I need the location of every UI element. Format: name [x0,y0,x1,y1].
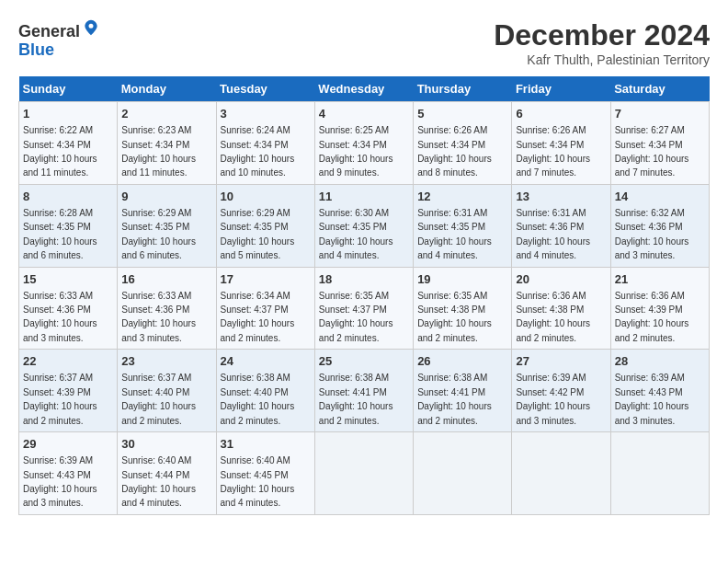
day-number: 15 [23,271,113,288]
page-header: General Blue December 2024 Kafr Thulth, … [18,18,710,67]
calendar-cell: 19 Sunrise: 6:35 AMSunset: 4:38 PMDaylig… [414,267,512,350]
calendar-week-1: 1 Sunrise: 6:22 AMSunset: 4:34 PMDayligh… [19,102,710,185]
calendar-cell: 31 Sunrise: 6:40 AMSunset: 4:45 PMDaylig… [216,432,314,515]
logo-blue-text: Blue [18,40,54,59]
day-number: 16 [121,271,211,288]
day-number: 25 [319,353,409,370]
day-number: 3 [221,106,311,122]
day-info: Sunrise: 6:33 AMSunset: 4:36 PMDaylight:… [121,291,196,343]
calendar-header-row: SundayMondayTuesdayWednesdayThursdayFrid… [19,76,710,102]
day-number: 11 [319,189,409,205]
day-header-saturday: Saturday [610,76,709,102]
calendar-table: SundayMondayTuesdayWednesdayThursdayFrid… [18,76,710,515]
day-number: 12 [417,189,507,205]
calendar-cell: 13 Sunrise: 6:31 AMSunset: 4:36 PMDaylig… [512,184,610,267]
calendar-week-3: 15 Sunrise: 6:33 AMSunset: 4:36 PMDaylig… [19,267,710,350]
day-info: Sunrise: 6:31 AMSunset: 4:35 PMDaylight:… [417,208,492,260]
day-info: Sunrise: 6:28 AMSunset: 4:35 PMDaylight:… [23,208,97,260]
calendar-week-4: 22 Sunrise: 6:37 AMSunset: 4:39 PMDaylig… [19,350,710,432]
day-info: Sunrise: 6:31 AMSunset: 4:36 PMDaylight:… [516,208,590,260]
day-info: Sunrise: 6:22 AMSunset: 4:34 PMDaylight:… [23,125,97,178]
calendar-cell: 21 Sunrise: 6:36 AMSunset: 4:39 PMDaylig… [610,267,709,350]
day-info: Sunrise: 6:29 AMSunset: 4:35 PMDaylight:… [121,208,196,260]
calendar-cell: 17 Sunrise: 6:34 AMSunset: 4:37 PMDaylig… [216,267,314,350]
calendar-cell [414,432,512,515]
day-number: 28 [615,353,705,370]
day-number: 29 [23,436,113,453]
day-info: Sunrise: 6:30 AMSunset: 4:35 PMDaylight:… [319,208,393,260]
day-number: 30 [121,436,211,453]
calendar-cell: 4 Sunrise: 6:25 AMSunset: 4:34 PMDayligh… [314,102,413,185]
day-number: 1 [23,106,113,122]
day-info: Sunrise: 6:23 AMSunset: 4:34 PMDaylight:… [121,125,196,178]
day-info: Sunrise: 6:34 AMSunset: 4:37 PMDaylight:… [221,291,295,343]
day-info: Sunrise: 6:38 AMSunset: 4:41 PMDaylight:… [417,373,492,425]
day-header-monday: Monday [118,76,216,102]
day-header-wednesday: Wednesday [314,76,413,102]
day-info: Sunrise: 6:26 AMSunset: 4:34 PMDaylight:… [516,125,590,178]
day-info: Sunrise: 6:36 AMSunset: 4:39 PMDaylight:… [615,291,689,343]
day-info: Sunrise: 6:36 AMSunset: 4:38 PMDaylight:… [516,291,590,343]
calendar-cell: 28 Sunrise: 6:39 AMSunset: 4:43 PMDaylig… [610,350,709,432]
day-info: Sunrise: 6:35 AMSunset: 4:38 PMDaylight:… [417,291,492,343]
day-number: 22 [23,353,113,370]
calendar-cell: 7 Sunrise: 6:27 AMSunset: 4:34 PMDayligh… [610,102,709,185]
logo: General Blue [18,18,100,60]
calendar-cell: 24 Sunrise: 6:38 AMSunset: 4:40 PMDaylig… [216,350,314,432]
day-number: 2 [121,106,211,122]
day-number: 13 [516,189,606,205]
calendar-cell [610,432,709,515]
day-number: 23 [121,353,211,370]
calendar-cell: 5 Sunrise: 6:26 AMSunset: 4:34 PMDayligh… [414,102,512,185]
calendar-cell: 26 Sunrise: 6:38 AMSunset: 4:41 PMDaylig… [414,350,512,432]
day-info: Sunrise: 6:33 AMSunset: 4:36 PMDaylight:… [23,291,97,343]
day-info: Sunrise: 6:37 AMSunset: 4:40 PMDaylight:… [121,373,196,425]
day-info: Sunrise: 6:40 AMSunset: 4:44 PMDaylight:… [121,455,196,508]
day-number: 17 [221,271,311,288]
calendar-cell: 29 Sunrise: 6:39 AMSunset: 4:43 PMDaylig… [19,432,118,515]
title-section: December 2024 Kafr Thulth, Palestinian T… [494,18,710,67]
day-header-thursday: Thursday [414,76,512,102]
day-number: 24 [221,353,311,370]
calendar-week-5: 29 Sunrise: 6:39 AMSunset: 4:43 PMDaylig… [19,432,710,515]
day-number: 19 [417,271,507,288]
day-info: Sunrise: 6:38 AMSunset: 4:40 PMDaylight:… [221,373,295,425]
calendar-cell: 30 Sunrise: 6:40 AMSunset: 4:44 PMDaylig… [118,432,216,515]
calendar-cell: 12 Sunrise: 6:31 AMSunset: 4:35 PMDaylig… [414,184,512,267]
day-info: Sunrise: 6:40 AMSunset: 4:45 PMDaylight:… [221,455,295,508]
calendar-cell [512,432,610,515]
day-info: Sunrise: 6:24 AMSunset: 4:34 PMDaylight:… [221,125,295,178]
day-number: 20 [516,271,606,288]
day-info: Sunrise: 6:39 AMSunset: 4:43 PMDaylight:… [23,455,97,508]
location-title: Kafr Thulth, Palestinian Territory [494,52,710,67]
calendar-cell: 14 Sunrise: 6:32 AMSunset: 4:36 PMDaylig… [610,184,709,267]
day-number: 8 [23,189,113,205]
day-info: Sunrise: 6:29 AMSunset: 4:35 PMDaylight:… [221,208,295,260]
day-header-tuesday: Tuesday [216,76,314,102]
day-info: Sunrise: 6:39 AMSunset: 4:42 PMDaylight:… [516,373,590,425]
day-number: 27 [516,353,606,370]
day-number: 21 [615,271,705,288]
calendar-cell: 22 Sunrise: 6:37 AMSunset: 4:39 PMDaylig… [19,350,118,432]
calendar-body: 1 Sunrise: 6:22 AMSunset: 4:34 PMDayligh… [19,102,710,515]
day-number: 4 [319,106,409,122]
calendar-cell: 2 Sunrise: 6:23 AMSunset: 4:34 PMDayligh… [118,102,216,185]
day-number: 7 [615,106,705,122]
calendar-cell: 9 Sunrise: 6:29 AMSunset: 4:35 PMDayligh… [118,184,216,267]
day-info: Sunrise: 6:32 AMSunset: 4:36 PMDaylight:… [615,208,689,260]
day-number: 6 [516,106,606,122]
day-number: 31 [221,436,311,453]
calendar-cell: 3 Sunrise: 6:24 AMSunset: 4:34 PMDayligh… [216,102,314,185]
day-number: 14 [615,189,705,205]
logo-general-text: General [18,22,80,40]
calendar-cell: 15 Sunrise: 6:33 AMSunset: 4:36 PMDaylig… [19,267,118,350]
day-info: Sunrise: 6:35 AMSunset: 4:37 PMDaylight:… [319,291,393,343]
calendar-cell: 10 Sunrise: 6:29 AMSunset: 4:35 PMDaylig… [216,184,314,267]
day-number: 10 [221,189,311,205]
calendar-cell: 11 Sunrise: 6:30 AMSunset: 4:35 PMDaylig… [314,184,413,267]
calendar-cell: 8 Sunrise: 6:28 AMSunset: 4:35 PMDayligh… [19,184,118,267]
day-number: 26 [417,353,507,370]
day-header-sunday: Sunday [19,76,118,102]
day-header-friday: Friday [512,76,610,102]
day-number: 5 [417,106,507,122]
